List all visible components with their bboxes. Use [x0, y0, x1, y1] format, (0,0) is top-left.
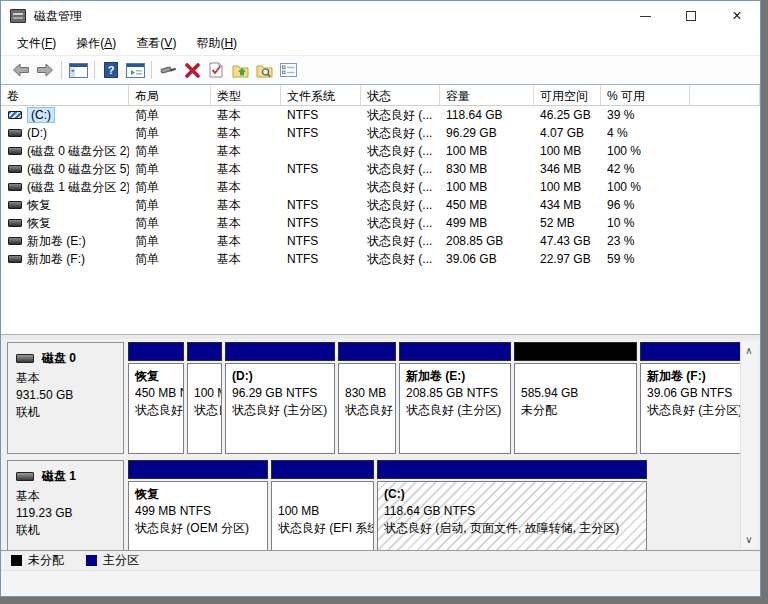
minimize-button[interactable]	[622, 1, 668, 31]
header-volume[interactable]: 卷	[1, 85, 129, 105]
scroll-down-icon[interactable]: ∨	[741, 531, 757, 548]
forward-arrow-icon[interactable]	[33, 58, 57, 82]
cell-capacity: 450 MB	[440, 198, 534, 212]
partition-efi[interactable]: 100 MB 状态良好 (EFI 系统分区)	[271, 460, 374, 550]
volume-row-e[interactable]: 新加卷 (E:) 简单 基本 NTFS 状态良好 (... 208.85 GB …	[1, 232, 760, 250]
back-arrow-icon[interactable]	[9, 58, 33, 82]
disk-0-row: 磁盘 0 基本 931.50 GB 联机 恢复 450 MB NTFS 状态良好…	[7, 342, 738, 454]
disk-1-row: 磁盘 1 基本 119.23 GB 联机 恢复 499 MB NTFS 状态良好…	[7, 460, 738, 550]
volume-row-f[interactable]: 新加卷 (F:) 简单 基本 NTFS 状态良好 (... 39.06 GB 2…	[1, 250, 760, 268]
partition-title: (D:)	[232, 368, 334, 385]
cell-status: 状态良好 (...	[361, 215, 440, 232]
header-free-space[interactable]: 可用空间	[534, 85, 601, 105]
partition-type-bar	[271, 460, 374, 479]
delete-volume-icon[interactable]	[180, 58, 204, 82]
cell-filesystem: NTFS	[281, 126, 361, 140]
maximize-icon	[686, 11, 696, 21]
menu-help[interactable]: 帮助(H)	[186, 31, 247, 56]
cell-capacity: 39.06 GB	[440, 252, 534, 266]
open-folder-icon[interactable]	[228, 58, 252, 82]
cell-free: 346 MB	[534, 162, 601, 176]
disk-0-panel[interactable]: 磁盘 0 基本 931.50 GB 联机	[7, 342, 124, 454]
disk-tool-icon[interactable]	[156, 58, 180, 82]
cell-status: 状态良好 (...	[361, 143, 440, 160]
show-console-tree-icon[interactable]	[66, 58, 90, 82]
partition-status: 状态良好 (主分区)	[406, 402, 510, 419]
header-layout[interactable]: 布局	[129, 85, 211, 105]
cell-volume: 新加卷 (F:)	[1, 251, 129, 268]
volume-name: (C:)	[27, 107, 55, 123]
cell-layout: 简单	[129, 107, 211, 124]
partition-status: 未分配	[521, 402, 636, 419]
volume-row-d[interactable]: (D:) 简单 基本 NTFS 状态良好 (... 96.29 GB 4.07 …	[1, 124, 760, 142]
menu-action[interactable]: 操作(A)	[66, 31, 126, 56]
partition-c[interactable]: (C:) 118.64 GB NTFS 状态良好 (启动, 页面文件, 故障转储…	[377, 460, 647, 550]
properties-list-icon[interactable]	[276, 58, 300, 82]
close-icon: ×	[732, 8, 741, 24]
partition-recovery-450[interactable]: 恢复 450 MB NTFS 状态良好	[128, 342, 184, 454]
volume-row-disk0-part2[interactable]: (磁盘 0 磁盘分区 2) 简单 基本 状态良好 (... 100 MB 100…	[1, 142, 760, 160]
cell-filesystem: NTFS	[281, 198, 361, 212]
header-capacity[interactable]: 容量	[440, 85, 534, 105]
partition-size: 830 MB	[345, 385, 395, 402]
partition-f[interactable]: 新加卷 (F:) 39.06 GB NTFS 状态良好 (主分区)	[640, 342, 741, 454]
volume-icon	[8, 147, 22, 155]
partition-title	[521, 368, 636, 385]
volume-row-disk0-part5[interactable]: (磁盘 0 磁盘分区 5) 简单 基本 NTFS 状态良好 (... 830 M…	[1, 160, 760, 178]
partition-size: 39.06 GB NTFS	[647, 385, 740, 402]
partition-830mb[interactable]: 830 MB 状态良好	[338, 342, 396, 454]
explore-folder-icon[interactable]	[252, 58, 276, 82]
close-button[interactable]: ×	[714, 1, 760, 31]
partition-size: 450 MB NTFS	[135, 385, 183, 402]
cell-pct-free: 4 %	[601, 126, 690, 140]
menu-file[interactable]: 文件(F)	[7, 31, 66, 56]
help-icon[interactable]: ?	[99, 58, 123, 82]
toolbar-separator	[61, 61, 62, 79]
cell-free: 4.07 GB	[534, 126, 601, 140]
partition-100mb-disk0[interactable]: 100 MB 状态良好	[187, 342, 222, 454]
disk-state: 联机	[16, 522, 115, 539]
show-action-pane-icon[interactable]	[123, 58, 147, 82]
cell-filesystem: NTFS	[281, 162, 361, 176]
partition-type-bar	[399, 342, 511, 361]
volume-row-c[interactable]: (C:) 简单 基本 NTFS 状态良好 (... 118.64 GB 46.2…	[1, 106, 760, 124]
scroll-up-icon[interactable]: ∧	[741, 342, 757, 359]
menu-view[interactable]: 查看(V)	[126, 31, 186, 56]
partition-d[interactable]: (D:) 96.29 GB NTFS 状态良好 (主分区)	[225, 342, 335, 454]
volume-row-disk1-part2[interactable]: (磁盘 1 磁盘分区 2) 简单 基本 状态良好 (... 100 MB 100…	[1, 178, 760, 196]
cell-layout: 简单	[129, 251, 211, 268]
disk-type: 基本	[16, 370, 115, 387]
cell-type: 基本	[211, 233, 281, 250]
window-title: 磁盘管理	[34, 8, 622, 25]
cell-capacity: 118.64 GB	[440, 108, 534, 122]
commit-check-icon[interactable]	[204, 58, 228, 82]
volume-row-recovery-499[interactable]: 恢复 简单 基本 NTFS 状态良好 (... 499 MB 52 MB 10 …	[1, 214, 760, 232]
maximize-button[interactable]	[668, 1, 714, 31]
partition-title: 新加卷 (F:)	[647, 368, 740, 385]
header-type[interactable]: 类型	[211, 85, 281, 105]
cell-type: 基本	[211, 179, 281, 196]
legend-bar: 未分配 主分区	[1, 550, 760, 570]
partition-size: 585.94 GB	[521, 385, 636, 402]
header-filesystem[interactable]: 文件系统	[281, 85, 361, 105]
header-pct-free[interactable]: % 可用	[601, 85, 690, 105]
disk-1-panel[interactable]: 磁盘 1 基本 119.23 GB 联机	[7, 460, 124, 550]
vertical-scrollbar[interactable]: ∧ ∨	[740, 342, 757, 548]
partition-e[interactable]: 新加卷 (E:) 208.85 GB NTFS 状态良好 (主分区)	[399, 342, 511, 454]
cell-layout: 简单	[129, 197, 211, 214]
cell-pct-free: 42 %	[601, 162, 690, 176]
partition-status: 状态良好 (EFI 系统分区)	[278, 520, 373, 537]
partition-size: 499 MB NTFS	[135, 503, 267, 520]
legend-label: 未分配	[28, 552, 64, 569]
partition-type-bar	[640, 342, 741, 361]
partition-unallocated[interactable]: 585.94 GB 未分配	[514, 342, 637, 454]
partition-recovery-499[interactable]: 恢复 499 MB NTFS 状态良好 (OEM 分区)	[128, 460, 268, 550]
cell-pct-free: 23 %	[601, 234, 690, 248]
disk-type: 基本	[16, 488, 115, 505]
cell-type: 基本	[211, 107, 281, 124]
volume-row-recovery-450[interactable]: 恢复 简单 基本 NTFS 状态良好 (... 450 MB 434 MB 96…	[1, 196, 760, 214]
cell-filesystem: NTFS	[281, 252, 361, 266]
cell-volume: (磁盘 0 磁盘分区 5)	[1, 161, 129, 178]
partition-title	[345, 368, 395, 385]
header-status[interactable]: 状态	[361, 85, 440, 105]
